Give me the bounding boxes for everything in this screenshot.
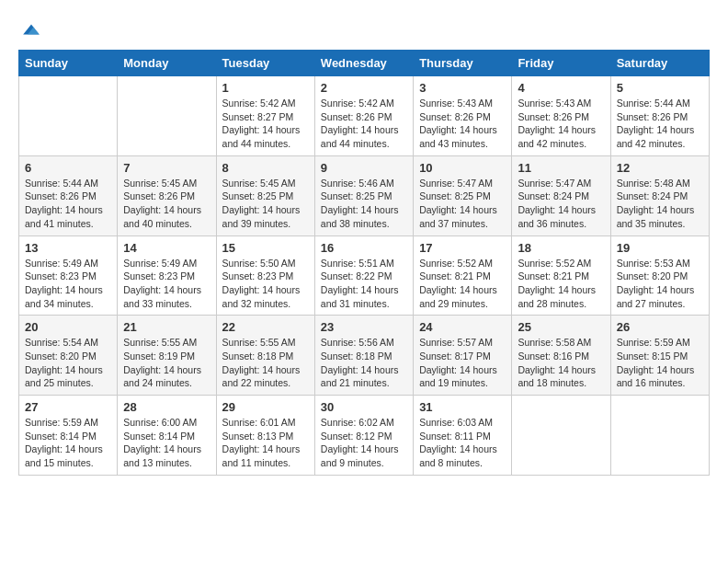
day-number: 1: [222, 81, 309, 95]
calendar-cell: 23Sunrise: 5:56 AM Sunset: 8:18 PM Dayli…: [314, 316, 413, 396]
calendar-cell: [118, 76, 216, 156]
day-number: 18: [518, 241, 604, 255]
day-number: 27: [25, 400, 111, 414]
calendar-cell: 27Sunrise: 5:59 AM Sunset: 8:14 PM Dayli…: [19, 396, 118, 476]
logo: [18, 18, 42, 40]
weekday-header: Saturday: [610, 51, 709, 76]
calendar-cell: 31Sunrise: 6:03 AM Sunset: 8:11 PM Dayli…: [414, 396, 512, 476]
calendar-cell: 17Sunrise: 5:52 AM Sunset: 8:21 PM Dayli…: [414, 236, 512, 316]
day-number: 19: [617, 241, 703, 255]
day-info: Sunrise: 5:49 AM Sunset: 8:23 PM Dayligh…: [25, 257, 111, 311]
weekday-header: Friday: [512, 51, 610, 76]
day-number: 14: [123, 241, 210, 255]
day-number: 4: [518, 81, 604, 95]
calendar-cell: 26Sunrise: 5:59 AM Sunset: 8:15 PM Dayli…: [610, 316, 709, 396]
day-info: Sunrise: 5:52 AM Sunset: 8:21 PM Dayligh…: [518, 257, 604, 311]
weekday-header: Thursday: [414, 51, 512, 76]
day-info: Sunrise: 6:03 AM Sunset: 8:11 PM Dayligh…: [419, 416, 506, 470]
day-info: Sunrise: 5:49 AM Sunset: 8:23 PM Dayligh…: [123, 257, 210, 311]
day-number: 25: [518, 320, 604, 334]
day-info: Sunrise: 6:01 AM Sunset: 8:13 PM Dayligh…: [222, 416, 309, 470]
calendar-cell: 29Sunrise: 6:01 AM Sunset: 8:13 PM Dayli…: [216, 396, 314, 476]
calendar-cell: 30Sunrise: 6:02 AM Sunset: 8:12 PM Dayli…: [314, 396, 413, 476]
page-header: [18, 18, 710, 40]
day-info: Sunrise: 5:48 AM Sunset: 8:24 PM Dayligh…: [617, 177, 703, 231]
calendar-cell: [512, 396, 610, 476]
calendar-cell: 5Sunrise: 5:44 AM Sunset: 8:26 PM Daylig…: [610, 76, 709, 156]
weekday-header: Sunday: [19, 51, 118, 76]
day-number: 5: [617, 81, 703, 95]
day-info: Sunrise: 5:55 AM Sunset: 8:19 PM Dayligh…: [123, 336, 210, 390]
calendar-week-row: 6Sunrise: 5:44 AM Sunset: 8:26 PM Daylig…: [19, 155, 710, 236]
calendar-cell: 10Sunrise: 5:47 AM Sunset: 8:25 PM Dayli…: [414, 155, 512, 236]
day-info: Sunrise: 5:43 AM Sunset: 8:26 PM Dayligh…: [518, 97, 604, 151]
calendar-cell: 24Sunrise: 5:57 AM Sunset: 8:17 PM Dayli…: [414, 316, 512, 396]
calendar-cell: 15Sunrise: 5:50 AM Sunset: 8:23 PM Dayli…: [216, 236, 314, 316]
calendar-cell: 18Sunrise: 5:52 AM Sunset: 8:21 PM Dayli…: [512, 236, 610, 316]
calendar-cell: 3Sunrise: 5:43 AM Sunset: 8:26 PM Daylig…: [414, 76, 512, 156]
day-number: 31: [419, 400, 506, 414]
day-number: 22: [222, 320, 309, 334]
weekday-header-row: SundayMondayTuesdayWednesdayThursdayFrid…: [19, 51, 710, 76]
calendar-cell: 11Sunrise: 5:47 AM Sunset: 8:24 PM Dayli…: [512, 155, 610, 236]
day-number: 11: [518, 161, 604, 175]
day-number: 20: [25, 320, 111, 334]
weekday-header: Tuesday: [216, 51, 314, 76]
calendar-cell: 8Sunrise: 5:45 AM Sunset: 8:25 PM Daylig…: [216, 155, 314, 236]
day-info: Sunrise: 5:53 AM Sunset: 8:20 PM Dayligh…: [617, 257, 703, 311]
calendar-week-row: 1Sunrise: 5:42 AM Sunset: 8:27 PM Daylig…: [19, 76, 710, 156]
day-number: 17: [419, 241, 506, 255]
calendar-cell: [610, 396, 709, 476]
day-info: Sunrise: 5:59 AM Sunset: 8:14 PM Dayligh…: [25, 416, 111, 470]
day-info: Sunrise: 5:42 AM Sunset: 8:26 PM Dayligh…: [321, 97, 407, 151]
day-number: 15: [222, 241, 309, 255]
day-info: Sunrise: 5:47 AM Sunset: 8:25 PM Dayligh…: [419, 177, 506, 231]
calendar-cell: 12Sunrise: 5:48 AM Sunset: 8:24 PM Dayli…: [610, 155, 709, 236]
day-number: 29: [222, 400, 309, 414]
day-info: Sunrise: 5:56 AM Sunset: 8:18 PM Dayligh…: [321, 336, 407, 390]
logo-icon: [20, 18, 42, 40]
calendar-week-row: 13Sunrise: 5:49 AM Sunset: 8:23 PM Dayli…: [19, 236, 710, 316]
weekday-header: Wednesday: [314, 51, 413, 76]
day-info: Sunrise: 5:58 AM Sunset: 8:16 PM Dayligh…: [518, 336, 604, 390]
day-number: 9: [321, 161, 407, 175]
calendar-cell: 25Sunrise: 5:58 AM Sunset: 8:16 PM Dayli…: [512, 316, 610, 396]
day-info: Sunrise: 5:52 AM Sunset: 8:21 PM Dayligh…: [419, 257, 506, 311]
day-number: 24: [419, 320, 506, 334]
day-number: 13: [25, 241, 111, 255]
day-number: 6: [25, 161, 111, 175]
day-number: 8: [222, 161, 309, 175]
calendar-cell: 22Sunrise: 5:55 AM Sunset: 8:18 PM Dayli…: [216, 316, 314, 396]
day-info: Sunrise: 5:45 AM Sunset: 8:26 PM Dayligh…: [123, 177, 210, 231]
calendar-cell: 19Sunrise: 5:53 AM Sunset: 8:20 PM Dayli…: [610, 236, 709, 316]
calendar-cell: [19, 76, 118, 156]
day-info: Sunrise: 5:44 AM Sunset: 8:26 PM Dayligh…: [25, 177, 111, 231]
day-number: 30: [321, 400, 407, 414]
calendar-cell: 2Sunrise: 5:42 AM Sunset: 8:26 PM Daylig…: [314, 76, 413, 156]
day-number: 23: [321, 320, 407, 334]
day-info: Sunrise: 6:00 AM Sunset: 8:14 PM Dayligh…: [123, 416, 210, 470]
day-number: 26: [617, 320, 703, 334]
day-info: Sunrise: 5:54 AM Sunset: 8:20 PM Dayligh…: [25, 336, 111, 390]
calendar-cell: 14Sunrise: 5:49 AM Sunset: 8:23 PM Dayli…: [118, 236, 216, 316]
calendar-cell: 13Sunrise: 5:49 AM Sunset: 8:23 PM Dayli…: [19, 236, 118, 316]
day-info: Sunrise: 6:02 AM Sunset: 8:12 PM Dayligh…: [321, 416, 407, 470]
calendar-cell: 21Sunrise: 5:55 AM Sunset: 8:19 PM Dayli…: [118, 316, 216, 396]
day-info: Sunrise: 5:50 AM Sunset: 8:23 PM Dayligh…: [222, 257, 309, 311]
day-info: Sunrise: 5:44 AM Sunset: 8:26 PM Dayligh…: [617, 97, 703, 151]
day-info: Sunrise: 5:57 AM Sunset: 8:17 PM Dayligh…: [419, 336, 506, 390]
day-number: 16: [321, 241, 407, 255]
day-number: 10: [419, 161, 506, 175]
day-info: Sunrise: 5:43 AM Sunset: 8:26 PM Dayligh…: [419, 97, 506, 151]
calendar-cell: 20Sunrise: 5:54 AM Sunset: 8:20 PM Dayli…: [19, 316, 118, 396]
calendar-week-row: 20Sunrise: 5:54 AM Sunset: 8:20 PM Dayli…: [19, 316, 710, 396]
day-info: Sunrise: 5:55 AM Sunset: 8:18 PM Dayligh…: [222, 336, 309, 390]
day-info: Sunrise: 5:47 AM Sunset: 8:24 PM Dayligh…: [518, 177, 604, 231]
calendar-cell: 9Sunrise: 5:46 AM Sunset: 8:25 PM Daylig…: [314, 155, 413, 236]
day-number: 28: [123, 400, 210, 414]
day-number: 12: [617, 161, 703, 175]
calendar-cell: 28Sunrise: 6:00 AM Sunset: 8:14 PM Dayli…: [118, 396, 216, 476]
day-number: 21: [123, 320, 210, 334]
logo-text: [18, 18, 42, 40]
day-number: 2: [321, 81, 407, 95]
